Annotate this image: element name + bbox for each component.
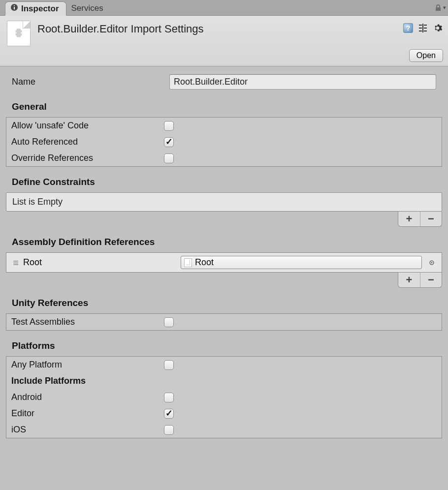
lock-icon[interactable]: [434, 4, 442, 12]
test-assemblies-label: Test Assemblies: [11, 317, 164, 327]
section-unity-refs: Unity References: [5, 288, 443, 313]
name-input[interactable]: [169, 74, 436, 90]
tab-services[interactable]: Services: [66, 1, 110, 15]
svg-rect-2: [14, 5, 15, 6]
section-define-constraints: Define Constraints: [5, 167, 443, 192]
override-references-label: Override References: [11, 153, 164, 163]
platform-editor-checkbox[interactable]: [164, 409, 174, 419]
svg-rect-1: [14, 7, 15, 9]
inspector-body: Name General Allow 'unsafe' Code Auto Re…: [0, 66, 448, 438]
any-platform-checkbox[interactable]: [164, 360, 174, 370]
svg-rect-8: [424, 31, 427, 31]
gear-icon[interactable]: [432, 23, 443, 33]
info-icon: [10, 3, 18, 14]
asm-ref-value: Root: [195, 257, 418, 268]
asm-refs-remove-button[interactable]: −: [420, 273, 442, 287]
any-platform-label: Any Platform: [11, 360, 164, 370]
asmdef-mini-icon: [184, 258, 192, 267]
section-platforms: Platforms: [5, 331, 443, 356]
platform-ios-checkbox[interactable]: [164, 425, 174, 435]
asset-title: Root.Builder.Editor Import Settings: [37, 21, 403, 35]
svg-rect-4: [419, 28, 422, 29]
section-general: General: [5, 92, 443, 117]
help-icon[interactable]: ?: [403, 23, 414, 33]
platforms-box: Any Platform Include Platforms Android E…: [6, 356, 442, 438]
define-constraints-remove-button[interactable]: −: [420, 212, 442, 226]
tab-label: Services: [71, 3, 103, 13]
asm-ref-label: Root: [23, 257, 177, 268]
asset-header: Root.Builder.Editor Import Settings ? Op…: [0, 16, 448, 66]
auto-referenced-checkbox[interactable]: [164, 137, 174, 147]
platform-editor-label: Editor: [11, 408, 164, 419]
test-assemblies-checkbox[interactable]: [164, 317, 174, 327]
svg-rect-5: [419, 31, 422, 31]
asm-ref-object-field[interactable]: Root: [181, 256, 422, 269]
tab-bar: Inspector Services ▾: [0, 0, 448, 16]
drag-handle-icon[interactable]: ≡: [10, 261, 19, 265]
panel-menu-caret-icon[interactable]: ▾: [443, 4, 446, 11]
asset-type-icon: [7, 21, 31, 46]
section-asm-refs: Assembly Definition References: [5, 227, 443, 252]
svg-rect-3: [419, 25, 422, 26]
svg-rect-7: [424, 28, 427, 29]
include-platforms-title: Include Platforms: [11, 376, 164, 386]
tab-inspector[interactable]: Inspector: [5, 1, 66, 16]
object-picker-icon[interactable]: [426, 257, 438, 269]
asm-refs-add-button[interactable]: +: [398, 273, 420, 287]
allow-unsafe-label: Allow 'unsafe' Code: [11, 121, 164, 131]
general-box: Allow 'unsafe' Code Auto Referenced Over…: [6, 117, 442, 167]
platform-android-checkbox[interactable]: [164, 393, 174, 402]
allow-unsafe-checkbox[interactable]: [164, 121, 174, 131]
define-constraints-empty: List is Empty: [6, 192, 442, 212]
svg-rect-6: [424, 25, 427, 26]
platform-ios-label: iOS: [11, 425, 164, 435]
presets-icon[interactable]: [417, 23, 428, 33]
open-button[interactable]: Open: [409, 49, 443, 62]
tab-label: Inspector: [21, 4, 59, 14]
svg-point-11: [431, 262, 433, 263]
name-label: Name: [12, 77, 169, 87]
svg-rect-9: [422, 24, 423, 32]
platform-android-label: Android: [11, 392, 164, 402]
override-references-checkbox[interactable]: [164, 153, 174, 163]
asm-ref-row: ≡ Root Root: [6, 252, 442, 273]
define-constraints-add-button[interactable]: +: [398, 212, 420, 226]
auto-referenced-label: Auto Referenced: [11, 137, 164, 147]
unity-refs-box: Test Assemblies: [6, 313, 442, 331]
